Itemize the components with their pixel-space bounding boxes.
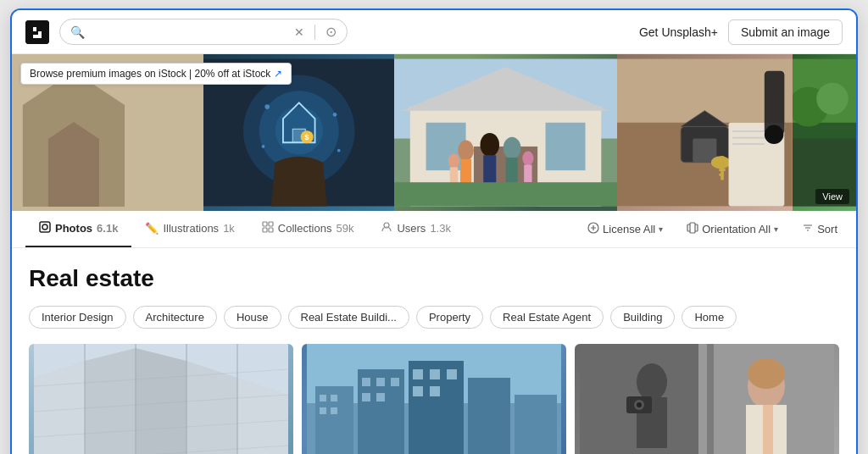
collections-tab-label: Collections — [278, 222, 332, 235]
license-chevron-icon: ▾ — [659, 224, 663, 234]
hero-strip: Browse premium images on iStock | 20% of… — [12, 54, 856, 211]
svg-point-111 — [637, 402, 642, 407]
tags-row: Interior Design Architecture House Real … — [29, 306, 839, 329]
tag-property[interactable]: Property — [416, 306, 483, 329]
svg-point-116 — [748, 358, 785, 389]
orientation-chevron-icon: ▾ — [774, 224, 778, 234]
orientation-filter-button[interactable]: Orientation All ▾ — [682, 219, 783, 240]
svg-point-19 — [264, 104, 270, 109]
tag-home[interactable]: Home — [682, 306, 737, 329]
photo-item-2[interactable] — [302, 344, 566, 454]
svg-point-62 — [42, 224, 47, 230]
svg-rect-114 — [746, 405, 763, 454]
svg-rect-115 — [773, 405, 787, 454]
sort-filter-button[interactable]: Sort — [797, 219, 843, 240]
svg-rect-97 — [413, 369, 423, 379]
submit-image-button[interactable]: Submit an image — [728, 19, 843, 45]
tag-house[interactable]: House — [224, 306, 281, 329]
clear-search-icon[interactable]: ✕ — [294, 25, 304, 39]
collections-tab-icon — [262, 221, 274, 235]
search-icon: 🔍 — [70, 25, 85, 39]
orientation-filter-label: Orientation All — [702, 223, 771, 235]
illustrations-tab-icon: ✏️ — [145, 222, 159, 235]
svg-rect-63 — [263, 222, 267, 226]
tab-collections[interactable]: Collections 59k — [248, 211, 368, 247]
svg-point-6 — [92, 119, 107, 139]
tab-users[interactable]: Users 1.3k — [367, 211, 465, 247]
svg-rect-96 — [376, 393, 385, 401]
hero-image-4[interactable] — [617, 54, 793, 211]
users-tab-label: Users — [397, 222, 426, 235]
svg-point-38 — [522, 152, 533, 166]
svg-rect-3 — [36, 83, 99, 207]
users-tab-icon — [381, 221, 392, 235]
svg-rect-66 — [269, 228, 273, 232]
filter-group: License All ▾ Orientation All ▾ — [582, 212, 843, 246]
promo-banner[interactable]: Browse premium images on iStock | 20% of… — [20, 63, 292, 85]
main-content: Real estate Interior Design Architecture… — [12, 248, 856, 454]
section-title: Real estate — [29, 265, 839, 292]
svg-rect-54 — [765, 71, 784, 135]
tag-real-estate-agent[interactable]: Real Estate Agent — [490, 306, 604, 329]
svg-point-36 — [448, 153, 459, 168]
svg-point-32 — [481, 133, 500, 157]
unsplash-logo[interactable] — [25, 20, 49, 44]
tab-illustrations[interactable]: ✏️ Illustrations 1k — [131, 212, 248, 246]
svg-rect-10 — [12, 182, 203, 206]
svg-rect-61 — [40, 222, 50, 232]
svg-rect-91 — [331, 407, 337, 414]
svg-rect-89 — [331, 395, 337, 401]
search-input[interactable]: real estate — [92, 25, 287, 39]
promo-text: Browse premium images on iStock | 20% of… — [30, 68, 270, 80]
users-tab-count: 1.3k — [430, 222, 451, 235]
svg-rect-47 — [721, 156, 724, 180]
svg-rect-92 — [362, 378, 370, 386]
svg-point-55 — [765, 125, 784, 145]
illustrations-tab-label: Illustrations — [163, 222, 219, 235]
tag-building[interactable]: Building — [610, 306, 675, 329]
svg-rect-117 — [707, 344, 714, 454]
license-filter-button[interactable]: License All ▾ — [582, 219, 668, 240]
browser-window: 🔍 real estate ✕ ⊙ Get Unsplash+ Submit a… — [10, 8, 858, 454]
svg-rect-40 — [394, 182, 617, 206]
navbar: 🔍 real estate ✕ ⊙ Get Unsplash+ Submit a… — [12, 10, 856, 54]
svg-rect-2 — [12, 123, 203, 207]
visual-search-icon[interactable]: ⊙ — [326, 24, 337, 40]
tag-interior-design[interactable]: Interior Design — [29, 306, 126, 329]
svg-point-20 — [332, 113, 337, 117]
svg-text:$: $ — [304, 132, 309, 141]
svg-rect-100 — [413, 386, 423, 396]
photo-grid — [29, 344, 839, 454]
orientation-filter-icon — [687, 222, 698, 236]
svg-rect-90 — [320, 407, 326, 414]
svg-rect-5 — [70, 139, 81, 163]
collections-tab-count: 59k — [336, 222, 353, 235]
svg-rect-88 — [320, 395, 326, 401]
tag-architecture[interactable]: Architecture — [133, 306, 217, 329]
svg-rect-64 — [269, 222, 273, 226]
get-unsplash-plus-button[interactable]: Get Unsplash+ — [639, 20, 718, 44]
license-filter-icon — [587, 222, 599, 236]
tab-photos[interactable]: Photos 6.1k — [25, 211, 131, 247]
illustrations-tab-count: 1k — [223, 222, 235, 235]
svg-point-21 — [261, 145, 264, 148]
hero-image-3[interactable] — [394, 54, 617, 211]
hero-image-5[interactable]: View — [793, 54, 856, 211]
divider — [314, 25, 315, 40]
tag-real-estate-building[interactable]: Real Estate Buildi... — [288, 306, 409, 329]
photo-item-3[interactable] — [575, 344, 839, 454]
photo-item-1[interactable] — [29, 344, 293, 454]
svg-rect-39 — [524, 165, 531, 183]
svg-point-46 — [711, 156, 731, 169]
svg-rect-95 — [362, 393, 370, 401]
svg-point-34 — [504, 137, 521, 159]
svg-point-4 — [68, 119, 84, 141]
svg-rect-33 — [483, 155, 496, 185]
sort-filter-label: Sort — [817, 223, 837, 235]
svg-point-59 — [816, 83, 849, 115]
svg-rect-0 — [25, 20, 49, 44]
svg-rect-98 — [430, 369, 440, 379]
svg-point-8 — [117, 126, 130, 144]
svg-rect-48 — [719, 169, 726, 171]
svg-rect-101 — [430, 386, 440, 396]
